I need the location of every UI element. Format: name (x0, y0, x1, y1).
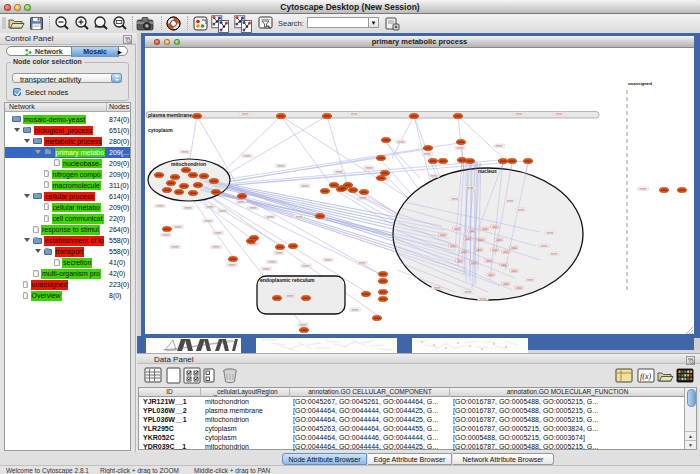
svg-text:plasma membrane: plasma membrane (148, 112, 192, 118)
svg-text:f(x): f(x) (640, 372, 651, 381)
svg-text:cytoplasm: cytoplasm (148, 127, 173, 133)
svg-text:endoplasmic reticulum: endoplasmic reticulum (260, 277, 315, 283)
svg-text:mitochondrion: mitochondrion (171, 161, 206, 167)
svg-text:unassigned: unassigned (628, 81, 652, 86)
